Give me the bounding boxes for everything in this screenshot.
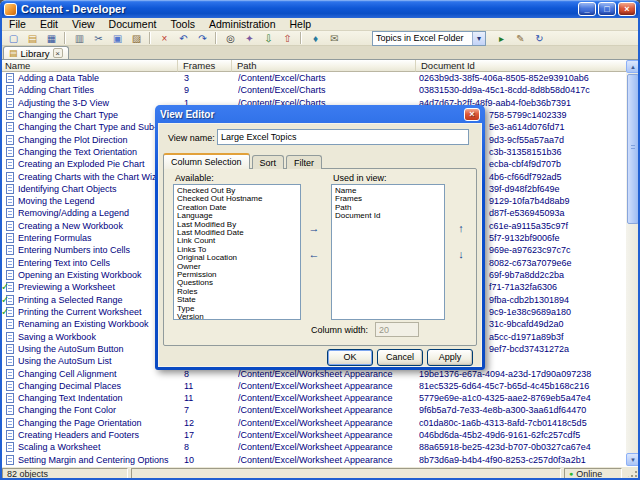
topic-icon — [6, 172, 14, 182]
open-icon[interactable]: ▤ — [23, 31, 42, 46]
topic-icon — [6, 122, 14, 132]
dialog-close-icon[interactable]: × — [464, 108, 480, 121]
resize-grip[interactable] — [625, 468, 638, 480]
workflow-icon[interactable]: ♦ — [306, 31, 325, 46]
table-row[interactable]: ✓ Changing Text Indentation 11 /Content/… — [0, 392, 626, 404]
row-name: Creating a New Workbook — [18, 220, 176, 232]
checkin-icon[interactable]: ⇩ — [259, 31, 278, 46]
menu-item[interactable]: View — [65, 18, 102, 31]
toolbar-right-icons: ▸ ✎ ↻ — [492, 31, 549, 46]
table-row[interactable]: ✓ Adding a Data Table 3 /Content/Excel/C… — [0, 72, 626, 84]
row-name: Printing a Selected Range — [18, 294, 176, 306]
table-row[interactable]: ✓ Setting Margin and Centering Options 1… — [0, 454, 626, 466]
table-row[interactable]: ✓ Adding Chart Titles 9 /Content/Excel/C… — [0, 84, 626, 96]
move-left-button[interactable]: ← — [305, 246, 323, 262]
topic-icon — [6, 332, 14, 342]
properties-icon[interactable]: ✦ — [240, 31, 259, 46]
menu-item[interactable]: Help — [283, 18, 319, 31]
maximize-button[interactable]: □ — [598, 2, 616, 16]
column-header-name[interactable]: Name — [0, 60, 178, 72]
menu-item[interactable]: Tools — [163, 18, 202, 31]
move-right-button[interactable]: → — [305, 220, 323, 236]
topic-icon — [6, 73, 14, 83]
menu-item[interactable]: File — [2, 18, 33, 31]
close-button[interactable]: × — [618, 2, 636, 16]
row-name: Setting Margin and Centering Options — [18, 454, 176, 466]
apply-button[interactable]: Apply — [427, 349, 473, 366]
topic-icon — [6, 344, 14, 354]
table-row[interactable]: ✓ Changing the Font Color 7 /Content/Exc… — [0, 404, 626, 416]
move-up-button[interactable]: ↑ — [452, 220, 470, 236]
toolbar-left-icons: ▢ ▤ ▦ ▥ ✂ ▣ — [4, 31, 344, 46]
column-header-path[interactable]: Path — [232, 60, 416, 72]
topic-icon — [6, 258, 14, 268]
menu-item[interactable]: Administration — [202, 18, 283, 31]
move-down-button[interactable]: ↓ — [452, 246, 470, 262]
topic-icon — [6, 319, 14, 329]
tab-filter[interactable]: Filter — [286, 155, 322, 169]
row-name: Entering Numbers into Cells — [18, 244, 176, 256]
redo-icon[interactable]: ↷ — [193, 31, 212, 46]
topic-icon — [6, 245, 14, 255]
row-path: /Content/Excel/Worksheet Appearance — [238, 404, 414, 416]
email-icon[interactable]: ✉ — [325, 31, 344, 46]
tab-column-selection[interactable]: Column Selection — [163, 153, 250, 169]
scroll-up-icon[interactable]: ▲ — [626, 60, 640, 73]
checkout-icon[interactable]: ⇧ — [278, 31, 297, 46]
paste-icon[interactable]: ▨ — [127, 31, 146, 46]
print-icon[interactable]: ▥ — [70, 31, 89, 46]
table-row[interactable]: ✓ Changing Decimal Places 11 /Content/Ex… — [0, 380, 626, 392]
dialog-title-bar: View Editor × — [158, 105, 482, 123]
toolbar-icon-glyph: ▢ — [9, 33, 18, 44]
apply-view-icon[interactable]: ▸ — [492, 31, 511, 46]
tab-close-icon[interactable]: × — [53, 48, 63, 58]
undo-icon[interactable]: ↶ — [174, 31, 193, 46]
minimize-button[interactable]: _ — [578, 2, 596, 16]
row-document-id: 0263b9d3-38f5-406a-8505-852e93910ab6 — [419, 72, 625, 84]
new-topic-icon[interactable]: ▢ — [4, 31, 23, 46]
column-width-input — [375, 322, 419, 337]
view-name-input[interactable] — [217, 129, 469, 145]
tab-sort[interactable]: Sort — [252, 155, 285, 169]
copy-icon[interactable]: ▣ — [108, 31, 127, 46]
topic-icon — [6, 405, 14, 415]
tab-library[interactable]: ▤ Library × — [3, 46, 69, 59]
topic-icon — [6, 159, 14, 169]
toolbar-icon-glyph: ↻ — [535, 33, 543, 44]
ok-button[interactable]: OK — [327, 349, 373, 366]
row-name: Changing the Page Orientation — [18, 417, 176, 429]
cut-icon[interactable]: ✂ — [89, 31, 108, 46]
edit-views-icon[interactable]: ✎ — [511, 31, 530, 46]
scrollbar-thumb[interactable] — [627, 74, 639, 224]
toolbar-icon-glyph: ⇩ — [264, 33, 272, 44]
column-header-frames[interactable]: Frames — [178, 60, 232, 72]
table-row[interactable]: ✓ Creating Headers and Footers 17 /Conte… — [0, 429, 626, 441]
row-name: Changing the Chart Type — [18, 109, 176, 121]
row-path: /Content/Excel/Worksheet Appearance — [238, 441, 414, 453]
row-name: Moving the Legend — [18, 195, 176, 207]
row-frames: 17 — [184, 429, 230, 441]
table-row[interactable]: ✓ Changing the Page Orientation 12 /Cont… — [0, 417, 626, 429]
view-selector-dropdown[interactable]: Topics in Excel Folder ▾ — [372, 31, 486, 46]
toolbar-icon-glyph: ✎ — [516, 33, 524, 44]
save-icon[interactable]: ▦ — [42, 31, 61, 46]
toolbar-icon-glyph: ⇧ — [283, 33, 291, 44]
search-icon[interactable]: ◎ — [221, 31, 240, 46]
approved-check-icon: ✓ — [1, 294, 9, 306]
list-item[interactable]: Document Id — [335, 212, 441, 220]
list-item[interactable]: State — [177, 296, 297, 304]
used-columns-list[interactable]: NameFramesPathDocument Id — [331, 184, 445, 320]
menu-item[interactable]: Edit — [33, 18, 65, 31]
column-header-document-id[interactable]: Document Id — [416, 60, 626, 72]
available-columns-list[interactable]: Checked Out ByChecked Out HostnameCreati… — [173, 184, 301, 320]
chevron-down-icon[interactable]: ▾ — [472, 32, 485, 45]
app-icon — [4, 3, 17, 16]
menu-item[interactable]: Document — [102, 18, 164, 31]
list-item[interactable]: Version — [177, 313, 297, 320]
vertical-scrollbar[interactable]: ▲ ▼ — [626, 60, 640, 466]
delete-icon[interactable]: × — [155, 31, 174, 46]
refresh-icon[interactable]: ↻ — [530, 31, 549, 46]
scroll-down-icon[interactable]: ▼ — [626, 453, 640, 466]
cancel-button[interactable]: Cancel — [377, 349, 423, 366]
table-row[interactable]: ✓ Scaling a Worksheet 8 /Content/Excel/W… — [0, 441, 626, 453]
